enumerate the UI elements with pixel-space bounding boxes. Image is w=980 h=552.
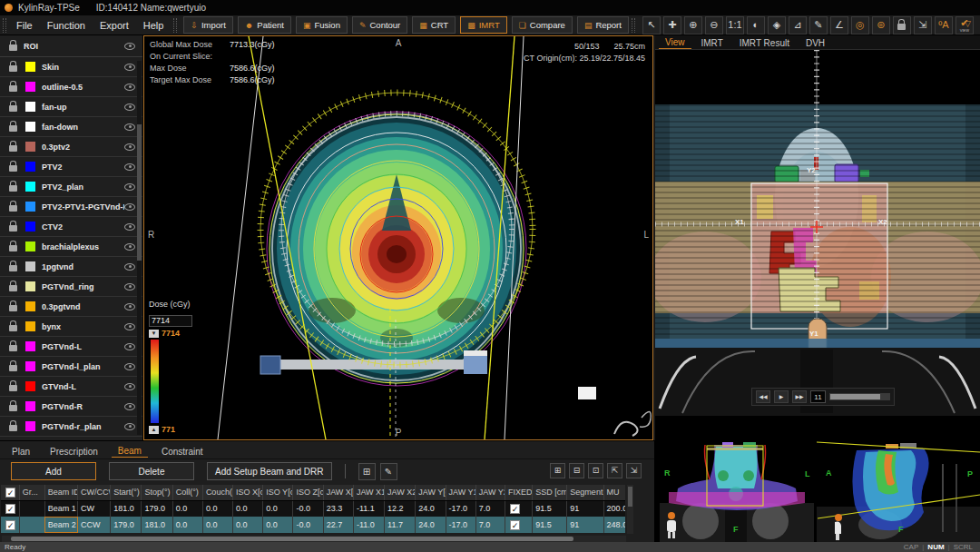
table-cell[interactable]: 91 [567,517,603,533]
eye-icon[interactable] [124,223,135,231]
beam-opposed-button[interactable]: ⊟ [569,463,584,478]
roi-item-brachialplexus[interactable]: brachialplexus [0,237,142,257]
tab-plan[interactable]: Plan [5,446,36,458]
roi-item-fan-up[interactable]: fan-up [0,97,142,117]
lock-icon[interactable] [9,285,17,291]
dose-max-input[interactable] [149,315,192,327]
tab-view[interactable]: View [659,36,691,49]
roi-item-pgtvnd-ring[interactable]: PGTVnd_ring [0,277,142,297]
roi-item-0-3ptv2[interactable]: 0.3ptv2 [0,137,142,157]
table-cell[interactable]: 0.0 [263,500,293,517]
menu-export[interactable]: Export [93,20,136,31]
eye-icon[interactable] [124,263,135,271]
table-cell[interactable]: 11.7 [385,517,416,533]
menu-file[interactable]: File [9,20,40,31]
lock-icon[interactable] [9,385,17,391]
fixed-cell[interactable] [505,517,532,533]
roi-item-ptv2-plan[interactable]: PTV2_plan [0,177,142,197]
toolbar-contour-button[interactable]: ✎Contour [352,16,407,34]
eye-icon[interactable] [124,403,135,410]
roi-color-swatch[interactable] [25,401,35,411]
roi-scrollbar[interactable] [137,61,142,435]
roi-color-swatch[interactable] [25,82,35,92]
table-cell[interactable]: 91.5 [533,500,567,517]
beam-row[interactable]: Beam 2CCW179.0181.00.00.00.00.0-0.022.7-… [1,517,625,533]
roi-item-pgtvnd-r-plan[interactable]: PGTVnd-r_plan [0,417,142,437]
edit-drr-button[interactable]: ✎ [380,463,397,480]
toolbar-patient-button[interactable]: ☻Patient [238,16,291,34]
beam-row[interactable]: Beam 1CW181.0179.00.00.00.00.0-0.023.3-1… [1,500,625,517]
roi-item-outline-0-5[interactable]: outline-0.5 [0,77,142,97]
table-cell[interactable]: 181.0 [111,500,142,517]
toolbar-compare-button[interactable]: ❏Compare [512,16,573,34]
roi-item-ptv2[interactable]: PTV2 [0,157,142,177]
eye-icon[interactable] [124,343,135,350]
contrast-icon[interactable]: ◐ [747,16,765,34]
beam-template-button[interactable]: ⊡ [588,463,603,478]
actual-size-icon[interactable]: 1:1 [726,16,744,34]
eye-icon[interactable] [124,243,135,251]
roi-color-swatch[interactable] [25,162,35,172]
eye-icon[interactable] [124,203,135,211]
lock-icon[interactable] [9,125,17,132]
eye-icon[interactable] [124,64,135,71]
roi-scrollbar-thumb[interactable] [137,124,142,261]
roi-color-swatch[interactable] [25,62,35,72]
table-cell[interactable]: 248.0 [603,517,625,533]
iso-view-icon[interactable]: ◈ [768,16,786,34]
toolbar-imrt-button[interactable]: ▩IMRT [460,16,507,34]
lock-icon[interactable] [9,245,17,251]
angle-icon[interactable]: ∠ [830,16,848,34]
table-cell[interactable] [19,500,44,517]
tab-imrt-result[interactable]: IMRT Result [733,37,796,49]
table-cell[interactable]: 91.5 [533,517,567,533]
tab-prescription[interactable]: Prescription [44,446,104,458]
row-checkbox[interactable] [5,504,15,514]
beam-table-vscrollbar[interactable] [627,485,633,534]
roi-color-swatch[interactable] [25,341,35,351]
tab-beam[interactable]: Beam [112,445,148,458]
lock-icon[interactable] [9,145,17,152]
add-setup-beam-drr-button[interactable]: Add Setup Beam and DRR [207,462,332,480]
table-cell[interactable]: 7.0 [475,500,505,517]
dose-circle-icon[interactable]: ◎ [851,16,869,34]
lock-icon[interactable] [9,305,17,311]
roi-color-swatch[interactable] [25,421,35,431]
table-cell[interactable]: Beam 2 [44,517,77,533]
eye-icon[interactable] [124,363,135,370]
add-drr-button[interactable]: ⊞ [358,463,376,480]
roi-color-swatch[interactable] [25,361,35,371]
roi-item-fan-down[interactable]: fan-down [0,117,142,137]
table-cell[interactable]: 22.7 [323,517,353,533]
eye-icon[interactable] [124,104,135,111]
collapse-toolbar-icon[interactable]: ▽ [965,19,971,28]
roi-item-1pgtvnd[interactable]: 1pgtvnd [0,257,142,277]
eye-icon[interactable] [124,423,135,430]
measure-icon[interactable]: ✎ [809,16,828,34]
table-cell[interactable]: -0.0 [293,517,323,533]
lock-icon[interactable] [9,105,17,112]
row-checkbox[interactable] [5,520,15,530]
roi-color-swatch[interactable] [25,242,35,251]
axial-viewport[interactable]: Global Max Dose7713.3(cGy) On Current Sl… [143,35,653,440]
profile-icon[interactable]: ⊿ [789,16,807,34]
table-cell[interactable]: 24.0 [416,517,446,533]
pan-icon[interactable]: ✚ [663,16,681,34]
table-cell[interactable]: 0.0 [202,500,232,517]
lock-icon[interactable] [9,165,17,172]
table-cell[interactable]: 12.2 [385,500,416,517]
lock-icon[interactable] [9,205,17,212]
pointer-icon[interactable]: ↖ [642,16,661,34]
dose-rings-icon[interactable]: ⊚ [872,16,890,34]
eye-icon[interactable] [124,123,135,131]
table-cell[interactable]: 179.0 [111,517,142,533]
table-cell[interactable]: 23.3 [323,500,353,517]
dose-upper-handle[interactable]: ▼ [149,330,159,338]
roi-item-pgtvnd-r[interactable]: PGTVnd-R [0,397,142,417]
row-select-cell[interactable] [1,517,19,533]
eye-icon[interactable] [124,283,135,291]
table-cell[interactable]: CW [78,500,111,517]
lock-icon[interactable] [9,225,17,232]
beam-import-button[interactable]: ⇲ [626,463,642,478]
table-cell[interactable]: 181.0 [142,517,172,533]
